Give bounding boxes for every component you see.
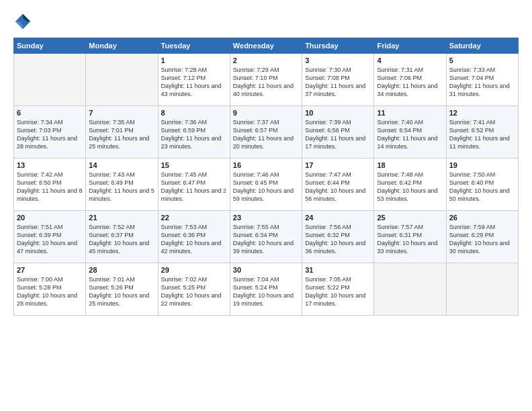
day-number: 30 (233, 266, 299, 274)
calendar-cell: 26Sunrise: 7:59 AM Sunset: 6:29 PM Dayli… (446, 211, 518, 263)
day-number: 19 (449, 161, 515, 169)
cell-info: Sunrise: 7:31 AM Sunset: 7:06 PM Dayligh… (377, 66, 443, 99)
day-header-monday: Monday (86, 38, 158, 54)
day-number: 10 (305, 109, 371, 117)
day-number: 12 (449, 109, 515, 117)
logo (13, 12, 35, 31)
calendar-cell: 6Sunrise: 7:34 AM Sunset: 7:03 PM Daylig… (14, 106, 86, 158)
cell-info: Sunrise: 7:39 AM Sunset: 6:56 PM Dayligh… (305, 118, 371, 151)
cell-info: Sunrise: 7:46 AM Sunset: 6:45 PM Dayligh… (233, 171, 299, 203)
cell-info: Sunrise: 7:47 AM Sunset: 6:44 PM Dayligh… (305, 171, 371, 203)
calendar-cell: 17Sunrise: 7:47 AM Sunset: 6:44 PM Dayli… (302, 158, 374, 211)
day-header-sunday: Sunday (14, 38, 86, 54)
logo-icon (13, 12, 32, 31)
calendar-cell: 18Sunrise: 7:48 AM Sunset: 6:42 PM Dayli… (374, 158, 446, 211)
calendar-cell: 30Sunrise: 7:04 AM Sunset: 5:24 PM Dayli… (230, 263, 302, 316)
day-number: 25 (377, 214, 443, 222)
day-number: 16 (233, 161, 299, 169)
calendar-cell: 8Sunrise: 7:36 AM Sunset: 6:59 PM Daylig… (158, 106, 230, 158)
day-number: 26 (449, 214, 515, 222)
cell-info: Sunrise: 7:29 AM Sunset: 7:10 PM Dayligh… (233, 66, 299, 99)
day-number: 18 (377, 161, 443, 169)
day-number: 6 (17, 109, 83, 117)
cell-info: Sunrise: 7:34 AM Sunset: 7:03 PM Dayligh… (17, 118, 83, 151)
cell-info: Sunrise: 7:56 AM Sunset: 6:32 PM Dayligh… (305, 223, 371, 256)
calendar-cell: 15Sunrise: 7:45 AM Sunset: 6:47 PM Dayli… (158, 158, 230, 211)
cell-info: Sunrise: 7:33 AM Sunset: 7:04 PM Dayligh… (449, 66, 515, 99)
calendar-cell: 28Sunrise: 7:01 AM Sunset: 5:26 PM Dayli… (86, 263, 158, 316)
cell-info: Sunrise: 7:02 AM Sunset: 5:25 PM Dayligh… (161, 275, 227, 308)
day-number: 14 (89, 161, 154, 169)
cell-info: Sunrise: 7:50 AM Sunset: 6:40 PM Dayligh… (449, 171, 515, 203)
cell-info: Sunrise: 7:53 AM Sunset: 6:36 PM Dayligh… (161, 223, 227, 256)
calendar-cell: 11Sunrise: 7:40 AM Sunset: 6:54 PM Dayli… (374, 106, 446, 158)
week-row-3: 13Sunrise: 7:42 AM Sunset: 6:50 PM Dayli… (14, 158, 519, 211)
cell-info: Sunrise: 7:45 AM Sunset: 6:47 PM Dayligh… (161, 171, 227, 203)
day-number: 7 (89, 109, 154, 117)
calendar-table: SundayMondayTuesdayWednesdayThursdayFrid… (13, 38, 519, 316)
day-number: 21 (89, 214, 154, 222)
cell-info: Sunrise: 7:36 AM Sunset: 6:59 PM Dayligh… (161, 118, 227, 151)
day-number: 15 (161, 161, 227, 169)
day-number: 3 (305, 56, 371, 64)
cell-info: Sunrise: 7:05 AM Sunset: 5:22 PM Dayligh… (305, 275, 371, 308)
calendar-cell: 14Sunrise: 7:43 AM Sunset: 6:49 PM Dayli… (86, 158, 158, 211)
calendar-cell: 21Sunrise: 7:52 AM Sunset: 6:37 PM Dayli… (86, 211, 158, 263)
cell-info: Sunrise: 7:51 AM Sunset: 6:39 PM Dayligh… (17, 223, 83, 256)
calendar-cell: 12Sunrise: 7:41 AM Sunset: 6:52 PM Dayli… (446, 106, 518, 158)
calendar-cell: 4Sunrise: 7:31 AM Sunset: 7:06 PM Daylig… (374, 54, 446, 106)
calendar-cell (446, 263, 518, 316)
day-number: 4 (377, 56, 443, 64)
day-header-saturday: Saturday (446, 38, 518, 54)
page: SundayMondayTuesdayWednesdayThursdayFrid… (0, 0, 532, 411)
day-header-wednesday: Wednesday (230, 38, 302, 54)
calendar-cell: 9Sunrise: 7:37 AM Sunset: 6:57 PM Daylig… (230, 106, 302, 158)
day-number: 1 (161, 56, 227, 64)
calendar-cell: 27Sunrise: 7:00 AM Sunset: 5:28 PM Dayli… (14, 263, 86, 316)
calendar-cell: 24Sunrise: 7:56 AM Sunset: 6:32 PM Dayli… (302, 211, 374, 263)
calendar-cell: 7Sunrise: 7:35 AM Sunset: 7:01 PM Daylig… (86, 106, 158, 158)
week-row-5: 27Sunrise: 7:00 AM Sunset: 5:28 PM Dayli… (14, 263, 519, 316)
calendar-cell: 1Sunrise: 7:28 AM Sunset: 7:12 PM Daylig… (158, 54, 230, 106)
cell-info: Sunrise: 7:01 AM Sunset: 5:26 PM Dayligh… (89, 275, 154, 308)
cell-info: Sunrise: 7:57 AM Sunset: 6:31 PM Dayligh… (377, 223, 443, 256)
days-header-row: SundayMondayTuesdayWednesdayThursdayFrid… (14, 38, 519, 54)
cell-info: Sunrise: 7:37 AM Sunset: 6:57 PM Dayligh… (233, 118, 299, 151)
cell-info: Sunrise: 7:43 AM Sunset: 6:49 PM Dayligh… (89, 171, 154, 203)
cell-info: Sunrise: 7:35 AM Sunset: 7:01 PM Dayligh… (89, 118, 154, 151)
calendar-cell: 5Sunrise: 7:33 AM Sunset: 7:04 PM Daylig… (446, 54, 518, 106)
cell-info: Sunrise: 7:48 AM Sunset: 6:42 PM Dayligh… (377, 171, 443, 203)
day-number: 29 (161, 266, 227, 274)
cell-info: Sunrise: 7:30 AM Sunset: 7:08 PM Dayligh… (305, 66, 371, 99)
calendar-cell: 25Sunrise: 7:57 AM Sunset: 6:31 PM Dayli… (374, 211, 446, 263)
day-number: 11 (377, 109, 443, 117)
day-number: 28 (89, 266, 154, 274)
day-number: 23 (233, 214, 299, 222)
cell-info: Sunrise: 7:41 AM Sunset: 6:52 PM Dayligh… (449, 118, 515, 151)
day-number: 17 (305, 161, 371, 169)
day-header-thursday: Thursday (302, 38, 374, 54)
day-number: 20 (17, 214, 83, 222)
calendar-cell: 20Sunrise: 7:51 AM Sunset: 6:39 PM Dayli… (14, 211, 86, 263)
day-number: 8 (161, 109, 227, 117)
calendar-cell: 19Sunrise: 7:50 AM Sunset: 6:40 PM Dayli… (446, 158, 518, 211)
calendar-cell: 3Sunrise: 7:30 AM Sunset: 7:08 PM Daylig… (302, 54, 374, 106)
day-header-friday: Friday (374, 38, 446, 54)
cell-info: Sunrise: 7:55 AM Sunset: 6:34 PM Dayligh… (233, 223, 299, 256)
cell-info: Sunrise: 7:00 AM Sunset: 5:28 PM Dayligh… (17, 275, 83, 308)
cell-info: Sunrise: 7:40 AM Sunset: 6:54 PM Dayligh… (377, 118, 443, 151)
cell-info: Sunrise: 7:04 AM Sunset: 5:24 PM Dayligh… (233, 275, 299, 308)
calendar-cell (86, 54, 158, 106)
cell-info: Sunrise: 7:42 AM Sunset: 6:50 PM Dayligh… (17, 171, 83, 203)
calendar-cell (14, 54, 86, 106)
day-number: 13 (17, 161, 83, 169)
day-number: 27 (17, 266, 83, 274)
calendar-cell: 29Sunrise: 7:02 AM Sunset: 5:25 PM Dayli… (158, 263, 230, 316)
day-number: 24 (305, 214, 371, 222)
calendar-cell: 2Sunrise: 7:29 AM Sunset: 7:10 PM Daylig… (230, 54, 302, 106)
week-row-1: 1Sunrise: 7:28 AM Sunset: 7:12 PM Daylig… (14, 54, 519, 106)
day-number: 31 (305, 266, 371, 274)
day-number: 9 (233, 109, 299, 117)
calendar-cell: 23Sunrise: 7:55 AM Sunset: 6:34 PM Dayli… (230, 211, 302, 263)
cell-info: Sunrise: 7:59 AM Sunset: 6:29 PM Dayligh… (449, 223, 515, 256)
